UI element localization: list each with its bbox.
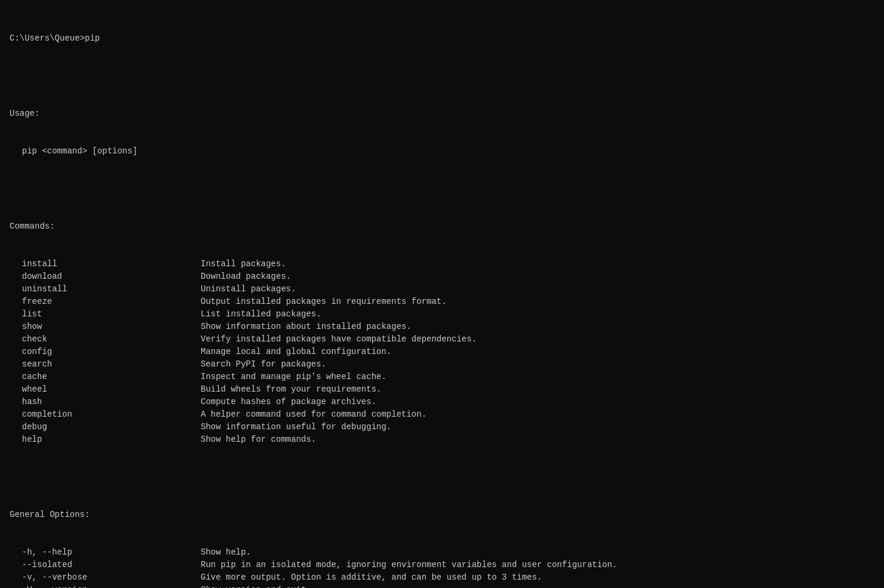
command-row: configManage local and global configurat… xyxy=(10,346,874,358)
command-row: searchSearch PyPI for packages. xyxy=(10,358,874,371)
command-name: uninstall xyxy=(10,283,201,295)
command-name: download xyxy=(10,270,201,283)
command-row: completionA helper command used for comm… xyxy=(10,408,874,421)
command-desc: Build wheels from your requirements. xyxy=(201,383,381,396)
option-name: -h, --help xyxy=(10,546,201,559)
option-row: -h, --helpShow help. xyxy=(10,546,874,559)
command-desc: Verify installed packages have compatibl… xyxy=(201,333,477,346)
command-desc: Install packages. xyxy=(201,258,286,270)
command-desc: Show information about installed package… xyxy=(201,321,412,333)
command-name: show xyxy=(10,321,201,333)
option-row: -V, --versionShow version and exit. xyxy=(10,584,874,588)
command-name: cache xyxy=(10,371,201,383)
option-desc: Run pip in an isolated mode, ignoring en… xyxy=(201,559,617,571)
command-name: hash xyxy=(10,396,201,408)
usage-line: pip <command> [options] xyxy=(10,145,874,158)
command-row: helpShow help for commands. xyxy=(10,433,874,446)
command-row: wheelBuild wheels from your requirements… xyxy=(10,383,874,396)
command-desc: Manage local and global configuration. xyxy=(201,346,391,358)
command-name: debug xyxy=(10,421,201,433)
command-row: installInstall packages. xyxy=(10,258,874,270)
option-name: -V, --version xyxy=(10,584,201,588)
command-name: list xyxy=(10,308,201,321)
command-name: help xyxy=(10,433,201,446)
option-desc: Give more output. Option is additive, an… xyxy=(201,571,542,584)
command-row: listList installed packages. xyxy=(10,308,874,321)
usage-header: Usage: xyxy=(10,107,874,120)
command-desc: Inspect and manage pip's wheel cache. xyxy=(201,371,386,383)
commands-list: installInstall packages. downloadDownloa… xyxy=(10,258,874,446)
command-name: search xyxy=(10,358,201,371)
command-row: freezeOutput installed packages in requi… xyxy=(10,295,874,308)
option-name: -v, --verbose xyxy=(10,571,201,584)
command-row: debugShow information useful for debuggi… xyxy=(10,421,874,433)
command-desc: Show help for commands. xyxy=(201,433,316,446)
command-desc: Compute hashes of package archives. xyxy=(201,396,376,408)
command-desc: Show information useful for debugging. xyxy=(201,421,391,433)
command-row: hashCompute hashes of package archives. xyxy=(10,396,874,408)
command-desc: Download packages. xyxy=(201,270,291,283)
command-name: wheel xyxy=(10,383,201,396)
command-desc: Uninstall packages. xyxy=(201,283,296,295)
option-row: -v, --verboseGive more output. Option is… xyxy=(10,571,874,584)
command-name: config xyxy=(10,346,201,358)
prompt-line: C:\Users\Queue>pip xyxy=(10,32,874,45)
options-header: General Options: xyxy=(10,509,874,521)
option-desc: Show help. xyxy=(201,546,251,559)
command-name: completion xyxy=(10,408,201,421)
option-row: --isolatedRun pip in an isolated mode, i… xyxy=(10,559,874,571)
command-row: checkVerify installed packages have comp… xyxy=(10,333,874,346)
command-row: showShow information about installed pac… xyxy=(10,321,874,333)
option-name: --isolated xyxy=(10,559,201,571)
option-desc: Show version and exit. xyxy=(201,584,311,588)
command-row: downloadDownload packages. xyxy=(10,270,874,283)
options-list: -h, --helpShow help. --isolatedRun pip i… xyxy=(10,546,874,588)
terminal-window: C:\Users\Queue>pip Usage: pip <command> … xyxy=(10,7,874,588)
command-desc: Search PyPI for packages. xyxy=(201,358,326,371)
command-desc: Output installed packages in requirement… xyxy=(201,295,447,308)
command-name: install xyxy=(10,258,201,270)
command-row: uninstallUninstall packages. xyxy=(10,283,874,295)
command-desc: List installed packages. xyxy=(201,308,321,321)
command-name: freeze xyxy=(10,295,201,308)
command-desc: A helper command used for command comple… xyxy=(201,408,426,421)
command-name: check xyxy=(10,333,201,346)
command-row: cacheInspect and manage pip's wheel cach… xyxy=(10,371,874,383)
commands-header: Commands: xyxy=(10,220,874,233)
